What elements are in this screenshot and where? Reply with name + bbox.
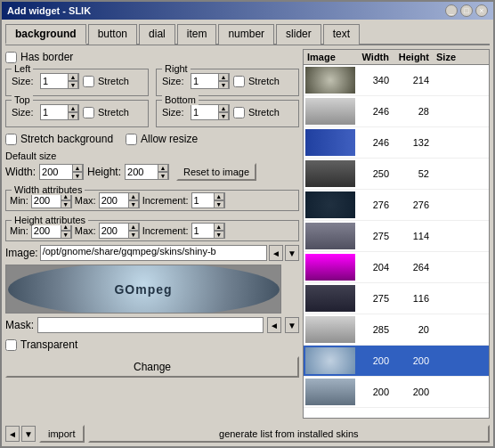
h-max-input[interactable]: [100, 224, 128, 238]
thumb-3: [305, 160, 355, 187]
change-button[interactable]: Change: [5, 356, 299, 378]
close-button[interactable]: ×: [475, 4, 488, 17]
w-inc-up[interactable]: ▲: [214, 192, 224, 200]
w-max-input[interactable]: [100, 193, 128, 208]
height-up[interactable]: ▲: [158, 164, 168, 172]
mask-prev-button[interactable]: ◄: [267, 317, 281, 333]
generate-button[interactable]: generate list from installed skins: [88, 425, 490, 443]
has-border-checkbox[interactable]: [5, 52, 17, 63]
w-inc-input[interactable]: [192, 193, 214, 208]
h-inc-up[interactable]: ▲: [214, 223, 224, 231]
import-button[interactable]: import: [39, 425, 85, 443]
top-size-input[interactable]: [41, 105, 68, 119]
row-width-0: 340: [357, 73, 393, 87]
mask-input[interactable]: [37, 317, 264, 333]
thumb-4: [305, 191, 355, 218]
left-size-input[interactable]: [41, 74, 68, 88]
left-size-down[interactable]: ▼: [68, 81, 78, 89]
bottom-dropdown-button[interactable]: ▼: [21, 426, 36, 442]
transparent-checkbox[interactable]: [5, 339, 17, 351]
bottom-size-input[interactable]: [191, 105, 218, 119]
table-row[interactable]: 275 114: [304, 221, 489, 252]
table-row[interactable]: 285 20: [304, 314, 489, 346]
bottom-stretch-checkbox[interactable]: [233, 107, 245, 118]
image-prev-button[interactable]: ◄: [269, 245, 283, 261]
bottom-prev-button[interactable]: ◄: [5, 426, 20, 442]
top-size-up[interactable]: ▲: [68, 104, 78, 112]
height-down[interactable]: ▼: [158, 172, 168, 180]
col-height-header: Height: [393, 50, 433, 64]
row-width-10: 200: [357, 385, 393, 399]
tab-text[interactable]: text: [323, 24, 360, 45]
height-spinner: ▲ ▼: [125, 164, 169, 180]
table-row[interactable]: 340 214: [304, 65, 489, 96]
right-size-down[interactable]: ▼: [218, 81, 229, 89]
table-row[interactable]: 276 276: [304, 190, 489, 221]
left-size-up[interactable]: ▲: [68, 73, 78, 81]
table-row[interactable]: 275 116: [304, 283, 489, 314]
h-min-input[interactable]: [32, 224, 61, 238]
table-row[interactable]: 250 52: [304, 159, 489, 190]
left-size-row: Size: ▲ ▼ Stretch: [12, 73, 142, 89]
row-size-8: [433, 328, 459, 331]
image-dropdown-button[interactable]: ▼: [285, 245, 299, 261]
mask-dropdown-button[interactable]: ▼: [285, 317, 299, 333]
table-row[interactable]: 204 264: [304, 252, 489, 283]
right-stretch-checkbox[interactable]: [233, 76, 245, 87]
tab-button[interactable]: button: [88, 24, 137, 45]
tab-item[interactable]: item: [177, 24, 217, 45]
row-height-0: 214: [393, 73, 433, 87]
h-inc-input[interactable]: [192, 224, 214, 238]
w-inc-down[interactable]: ▼: [214, 200, 224, 208]
right-group-label: Right: [162, 63, 191, 74]
tab-background[interactable]: background: [5, 24, 86, 45]
titlebar: Add widget - SLIK _ □ ×: [2, 2, 493, 20]
width-up[interactable]: ▲: [72, 164, 83, 172]
table-row[interactable]: 246 132: [304, 127, 489, 159]
table-row[interactable]: 200 200: [304, 377, 489, 408]
width-input[interactable]: [40, 165, 72, 179]
h-max-down[interactable]: ▼: [128, 231, 139, 239]
thumb-0: [305, 67, 355, 94]
table-header: Image Width Height Size: [304, 50, 489, 65]
reset-to-image-button[interactable]: Reset to image: [176, 163, 256, 181]
table-row[interactable]: 246 28: [304, 96, 489, 127]
h-inc-arrows: ▲ ▼: [214, 223, 224, 239]
bottom-size-up[interactable]: ▲: [218, 104, 229, 112]
right-size-input[interactable]: [191, 74, 218, 88]
tab-number[interactable]: number: [218, 24, 274, 45]
width-down[interactable]: ▼: [72, 172, 83, 180]
table-row[interactable]: 200 200: [304, 346, 489, 377]
top-stretch-checkbox[interactable]: [83, 107, 94, 118]
h-inc-label: Increment:: [142, 225, 189, 236]
right-size-row: Size: ▲ ▼ Stretch: [162, 73, 293, 89]
row-width-4: 276: [357, 198, 393, 212]
h-min-down[interactable]: ▼: [61, 231, 71, 239]
h-max-up[interactable]: ▲: [128, 223, 139, 231]
image-table[interactable]: Image Width Height Size 340 214 246 28 2…: [303, 49, 490, 419]
allow-resize-checkbox[interactable]: [126, 134, 137, 145]
width-attr-label: Width attributes: [12, 184, 85, 195]
right-size-up[interactable]: ▲: [218, 73, 229, 81]
row-width-3: 250: [357, 167, 393, 181]
top-bottom-groups: Top Size: ▲ ▼: [5, 100, 299, 127]
bottom-size-down[interactable]: ▼: [218, 112, 229, 120]
w-min-down[interactable]: ▼: [61, 200, 71, 208]
top-size-row: Size: ▲ ▼ Stretch: [12, 104, 142, 120]
height-input[interactable]: [126, 165, 158, 179]
tab-dial[interactable]: dial: [139, 24, 175, 45]
left-stretch-checkbox[interactable]: [83, 76, 94, 87]
w-min-input[interactable]: [32, 193, 61, 208]
minimize-button[interactable]: _: [445, 4, 458, 17]
default-size-label: Default size: [5, 151, 299, 161]
top-size-down[interactable]: ▼: [68, 112, 78, 120]
top-box: Top Size: ▲ ▼: [5, 100, 149, 127]
h-inc-down[interactable]: ▼: [214, 231, 224, 239]
maximize-button[interactable]: □: [460, 4, 473, 17]
w-max-up[interactable]: ▲: [128, 192, 139, 200]
thumb-9: [305, 347, 355, 374]
w-max-down[interactable]: ▼: [128, 200, 139, 208]
tab-slider[interactable]: slider: [276, 24, 321, 45]
stretch-bg-checkbox[interactable]: [5, 134, 17, 145]
width-arrows: ▲ ▼: [72, 164, 83, 180]
